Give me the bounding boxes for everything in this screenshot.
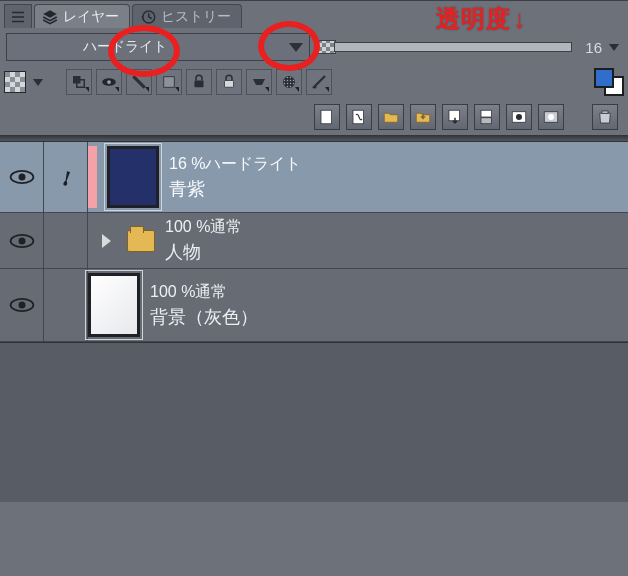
layer-toolbar-1 <box>0 65 628 99</box>
layer-content: 100 %通常 人物 <box>88 213 628 268</box>
tab-layers-label: レイヤー <box>63 8 119 26</box>
layer-active-indicator <box>44 269 88 341</box>
layer-info-line: 100 %通常 <box>165 217 242 238</box>
layer-visibility-toggle[interactable] <box>0 213 44 268</box>
svg-rect-8 <box>164 77 175 88</box>
svg-rect-2 <box>12 20 24 22</box>
layer-toolbar-2 <box>0 99 628 135</box>
tab-history-label: ヒストリー <box>161 8 231 26</box>
svg-point-27 <box>18 237 25 244</box>
layer-thumbnail[interactable] <box>107 146 159 208</box>
palette-color-swatch[interactable] <box>4 71 26 93</box>
layer-content: 100 %通常 背景（灰色） <box>88 269 628 341</box>
layer-visibility-toggle[interactable] <box>0 142 44 212</box>
opacity-value: 16 <box>576 39 602 56</box>
transfer-down-button[interactable] <box>442 104 468 130</box>
layer-info-line: 100 %通常 <box>150 282 258 303</box>
eye-icon <box>8 168 36 186</box>
opacity-slider[interactable] <box>316 38 572 56</box>
layer-color-button[interactable] <box>156 69 182 95</box>
collect-to-folder-button[interactable] <box>410 104 436 130</box>
svg-point-25 <box>18 174 25 181</box>
layer-list: 16 %ハードライト 青紫 100 %通常 人物 <box>0 141 628 502</box>
new-raster-layer-button[interactable] <box>314 104 340 130</box>
layer-content: 16 %ハードライト 青紫 <box>88 142 628 212</box>
expression-color-button[interactable] <box>306 69 332 95</box>
history-icon <box>139 8 157 26</box>
panel-options-icon[interactable] <box>4 4 32 28</box>
tone-button[interactable] <box>276 69 302 95</box>
folder-icon <box>127 230 155 252</box>
eye-icon <box>8 232 36 250</box>
layer-name[interactable]: 青紫 <box>169 177 301 201</box>
layer-row[interactable]: 100 %通常 背景（灰色） <box>0 269 628 342</box>
layer-info-line: 16 %ハードライト <box>169 154 301 175</box>
palette-more-icon[interactable] <box>30 69 46 95</box>
folder-expand-icon[interactable] <box>102 234 111 248</box>
svg-point-7 <box>107 80 111 84</box>
clip-mask-button[interactable] <box>66 69 92 95</box>
brush-icon <box>52 163 80 191</box>
tab-history[interactable]: ヒストリー <box>132 4 242 28</box>
layer-name[interactable]: 人物 <box>165 240 242 264</box>
svg-rect-18 <box>481 118 492 124</box>
svg-rect-23 <box>602 111 608 113</box>
layer-row[interactable]: 16 %ハードライト 青紫 <box>0 142 628 213</box>
layer-effect-button[interactable] <box>246 69 272 95</box>
layer-mask-button[interactable] <box>506 104 532 130</box>
lock-transparent-button[interactable] <box>186 69 212 95</box>
merge-down-button[interactable] <box>474 104 500 130</box>
svg-rect-14 <box>321 110 332 124</box>
foreground-background-color[interactable] <box>594 68 624 96</box>
layers-icon <box>41 8 59 26</box>
layer-row[interactable]: 100 %通常 人物 <box>0 213 628 269</box>
svg-point-22 <box>548 114 554 120</box>
svg-point-20 <box>516 114 522 120</box>
tab-layers[interactable]: レイヤー <box>34 4 130 28</box>
chevron-down-icon <box>289 43 303 52</box>
svg-point-29 <box>18 302 25 309</box>
new-folder-button[interactable] <box>378 104 404 130</box>
svg-rect-15 <box>353 110 364 124</box>
svg-rect-10 <box>225 81 234 88</box>
layer-thumbnail[interactable] <box>88 273 140 337</box>
layer-name[interactable]: 背景（灰色） <box>150 305 258 329</box>
svg-rect-0 <box>12 11 24 13</box>
layer-color-tag <box>88 146 97 208</box>
new-vector-layer-button[interactable] <box>346 104 372 130</box>
delete-layer-button[interactable] <box>592 104 618 130</box>
opacity-stepper-icon[interactable] <box>606 34 622 60</box>
layer-active-indicator <box>44 142 88 212</box>
svg-point-12 <box>283 76 295 88</box>
svg-rect-17 <box>481 110 492 117</box>
reference-layer-button[interactable] <box>96 69 122 95</box>
svg-rect-9 <box>195 81 204 88</box>
blend-opacity-row: ハードライト 16 <box>0 29 628 65</box>
transparency-swatch-icon <box>316 40 336 54</box>
blend-mode-select[interactable]: ハードライト <box>6 33 310 61</box>
ruler-button[interactable] <box>126 69 152 95</box>
apply-mask-button[interactable] <box>538 104 564 130</box>
svg-rect-1 <box>12 16 24 18</box>
blend-mode-label: ハードライト <box>83 38 289 56</box>
layer-list-empty-area <box>0 342 628 502</box>
layer-visibility-toggle[interactable] <box>0 269 44 341</box>
panel-tab-row: レイヤー ヒストリー <box>0 1 628 29</box>
opacity-control: 16 <box>316 34 622 60</box>
lock-all-button[interactable] <box>216 69 242 95</box>
layer-active-indicator <box>44 213 88 268</box>
eye-icon <box>8 296 36 314</box>
